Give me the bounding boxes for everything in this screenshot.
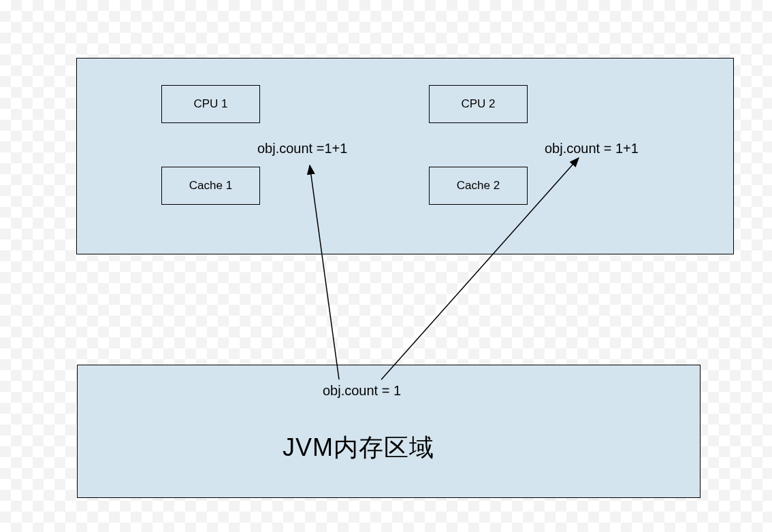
- cache-1-box: Cache 1: [161, 167, 260, 205]
- jvm-memory-label: JVM内存区域: [283, 431, 434, 465]
- cache-2-box: Cache 2: [429, 167, 528, 205]
- cache-1-label: Cache 1: [189, 179, 232, 193]
- obj-count-cpu2-label: obj.count = 1+1: [545, 141, 639, 156]
- cpu-1-label: CPU 1: [193, 97, 227, 111]
- cpu-2-box: CPU 2: [429, 85, 528, 123]
- cpu-2-label: CPU 2: [461, 97, 495, 111]
- cache-2-label: Cache 2: [457, 179, 500, 193]
- obj-count-cpu1-label: obj.count =1+1: [257, 141, 347, 156]
- obj-count-memory-label: obj.count = 1: [323, 383, 401, 399]
- cpu-1-box: CPU 1: [161, 85, 260, 123]
